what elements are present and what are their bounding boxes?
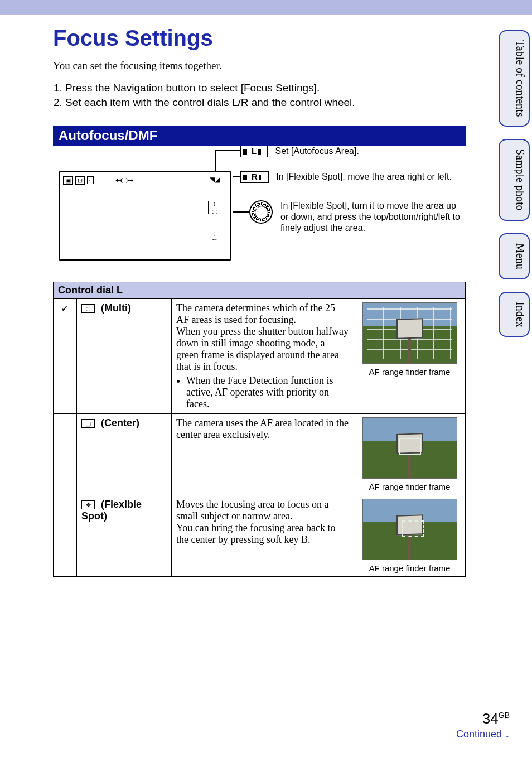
mode-name-center: ▢ (Center) (77, 414, 172, 495)
control-dial-l-table: Control dial L ✓ ⸬ (Multi) The camera de… (53, 282, 466, 577)
thumb-caption: AF range finder frame (359, 563, 461, 573)
af-flex-icon: ▫ (87, 176, 94, 184)
af-center-icon: ▢ (81, 419, 95, 428)
control-diagram: ▣⊡▫ ↤⸬↦ ◥◢ ↕⸬ ↕↔ L Set [Autofocus Area].… (53, 153, 466, 265)
leader-line (233, 211, 249, 213)
leader-line (215, 150, 240, 151)
section-heading: Autofocus/DMF (53, 126, 466, 146)
lcd-adjust-arrows: ↕↔ (211, 231, 218, 242)
desc-text: The camera uses the AF area located in t… (176, 417, 349, 440)
lcd-focus-box: ↕⸬ (208, 201, 221, 214)
default-check (54, 414, 77, 495)
table-row: ✥ (Flexible Spot) Moves the focusing are… (54, 495, 466, 577)
lcd-softkey-top: ◥◢ (210, 176, 220, 184)
thumb-caption: AF range finder frame (359, 482, 461, 491)
callout-wheel: In [Flexible Spot], turn it to move the … (249, 200, 461, 234)
af-multi-icon: ⸬ (81, 304, 95, 313)
tab-sample-photo[interactable]: Sample photo (499, 139, 530, 221)
default-check: ✓ (54, 299, 77, 414)
table-row: ▢ (Center) The camera uses the AF area l… (54, 414, 466, 495)
callout-dial-l: L Set [Autofocus Area]. (240, 146, 359, 157)
step-1: Press the Navigation button to select [F… (65, 82, 466, 94)
leader-line (215, 150, 216, 172)
default-check (54, 495, 77, 577)
mode-name-flexible: ✥ (Flexible Spot) (77, 495, 172, 577)
callout-r-text: In [Flexible Spot], move the area right … (276, 172, 452, 181)
thumb-flexible (362, 499, 457, 560)
lcd-screen: ▣⊡▫ ↤⸬↦ ◥◢ ↕⸬ ↕↔ (59, 171, 231, 261)
mode-name-multi: ⸬ (Multi) (77, 299, 172, 414)
step-2: Set each item with the control dials L/R… (65, 97, 466, 109)
thumb-multi (362, 302, 457, 364)
mode-image-flexible: AF range finder frame (354, 495, 466, 577)
lcd-move-glyph: ↤⸬↦ (115, 176, 134, 185)
mode-desc-flexible: Moves the focusing area to focus on a sm… (172, 495, 354, 577)
desc-text: The camera determines which of the 25 AF… (176, 302, 349, 372)
desc-bullet: When the Face Detection function is acti… (186, 375, 349, 410)
table-row: ✓ ⸬ (Multi) The camera determines which … (54, 299, 466, 414)
continued-indicator: Continued ↓ (456, 729, 510, 740)
callout-wheel-text: In [Flexible Spot], turn it to move the … (280, 200, 461, 234)
dial-r-badge: R (240, 171, 269, 183)
lcd-af-mode-icons: ▣⊡▫ (63, 176, 96, 185)
control-wheel-icon (249, 200, 273, 224)
mode-desc-multi: The camera determines which of the 25 AF… (172, 299, 354, 414)
page-footer: 34GB Continued ↓ (456, 710, 510, 740)
thumb-caption: AF range finder frame (359, 367, 461, 377)
thumb-center (362, 417, 457, 479)
af-flex-icon: ✥ (81, 500, 95, 509)
mode-desc-center: The camera uses the AF area located in t… (172, 414, 354, 495)
callout-dial-r: R In [Flexible Spot], move the area righ… (240, 171, 452, 183)
af-center-icon: ⊡ (75, 176, 85, 185)
step-list: Press the Navigation button to select [F… (53, 82, 466, 109)
intro-text: You can set the focusing items together. (53, 60, 466, 72)
tab-table-of-contents[interactable]: Table of contents (499, 30, 530, 127)
desc-text: Moves the focusing area to focus on a sm… (176, 499, 336, 545)
mode-image-center: AF range finder frame (354, 414, 466, 495)
page-number: 34GB (456, 710, 510, 727)
page-content: Focus Settings You can set the focusing … (53, 15, 466, 577)
dial-l-badge: L (240, 146, 268, 157)
tab-index[interactable]: Index (499, 292, 530, 337)
table-header: Control dial L (54, 282, 466, 299)
tab-menu[interactable]: Menu (499, 233, 530, 279)
mode-image-multi: AF range finder frame (354, 299, 466, 414)
side-nav-tabs: Table of contents Sample photo Menu Inde… (499, 30, 530, 337)
callout-l-text: Set [Autofocus Area]. (275, 146, 359, 156)
page-title: Focus Settings (53, 26, 466, 51)
top-decorative-strip (0, 0, 532, 15)
af-multi-icon: ▣ (63, 176, 73, 185)
